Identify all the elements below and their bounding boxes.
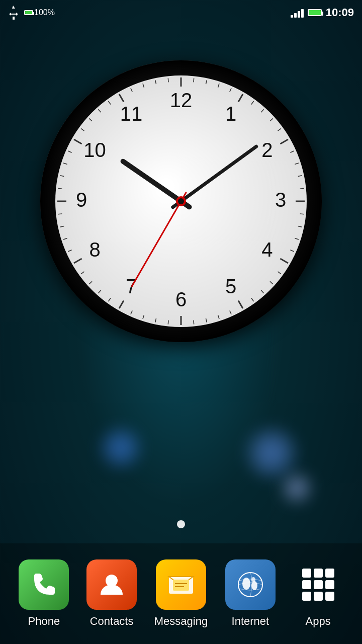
contacts-label: Contacts <box>90 615 134 628</box>
internet-icon[interactable] <box>225 559 276 610</box>
bokeh-2 <box>282 473 312 503</box>
dock-item-internet[interactable]: Internet <box>225 559 276 628</box>
bokeh-1 <box>101 428 141 468</box>
dock-item-phone[interactable]: Phone <box>19 559 69 628</box>
dock-item-apps[interactable]: Apps <box>293 559 343 628</box>
status-time: 10:09 <box>326 6 354 19</box>
messaging-label: Messaging <box>154 615 208 628</box>
svg-point-18 <box>238 573 262 597</box>
svg-rect-24 <box>325 569 334 578</box>
battery-full <box>308 9 322 16</box>
svg-rect-23 <box>314 569 323 578</box>
apps-icon[interactable] <box>293 559 343 610</box>
svg-rect-27 <box>325 580 334 589</box>
signal-bars <box>291 8 304 18</box>
battery-percent-small: 100% <box>34 8 55 17</box>
internet-label: Internet <box>232 615 269 628</box>
contacts-icon[interactable] <box>86 559 137 610</box>
page-indicator <box>177 520 185 528</box>
dock-item-messaging[interactable]: Messaging <box>154 559 208 628</box>
battery-small: 100% <box>24 8 55 17</box>
messaging-icon[interactable] <box>156 559 206 610</box>
svg-rect-22 <box>302 569 311 578</box>
dock-item-contacts[interactable]: Contacts <box>86 559 137 628</box>
clock-face-outer: // We'll do this via JS below 12 1 2 3 4… <box>40 60 322 342</box>
svg-rect-30 <box>325 592 334 601</box>
dock: Phone Contacts Messaging <box>0 543 362 644</box>
svg-rect-29 <box>314 592 323 601</box>
status-right: 10:09 <box>291 6 354 19</box>
apps-label: Apps <box>306 615 331 628</box>
bokeh-3 <box>246 428 297 478</box>
page-dot-active <box>177 520 185 528</box>
svg-rect-25 <box>302 580 311 589</box>
phone-icon[interactable] <box>19 559 69 610</box>
svg-rect-28 <box>302 592 311 601</box>
svg-rect-26 <box>314 580 323 589</box>
status-left: 100% <box>8 6 55 20</box>
clock-face-inner: // We'll do this via JS below 12 1 2 3 4… <box>55 75 307 327</box>
clock-widget[interactable]: // We'll do this via JS below 12 1 2 3 4… <box>40 60 322 342</box>
phone-label: Phone <box>28 615 60 628</box>
hands-container <box>55 75 307 327</box>
status-bar: 100% 10:09 <box>0 0 362 25</box>
svg-rect-15 <box>173 580 189 591</box>
usb-icon <box>8 6 19 20</box>
